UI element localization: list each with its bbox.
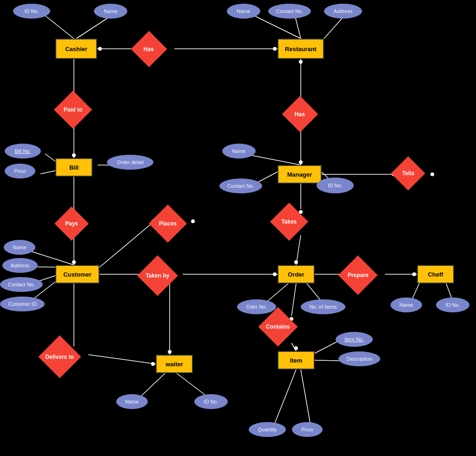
svg-line-57 — [315, 341, 338, 353]
attr-manager-name: Name — [222, 144, 256, 159]
svg-line-62 — [88, 355, 156, 364]
entity-restaurant: Restaurant — [278, 39, 324, 59]
svg-line-58 — [315, 360, 341, 361]
attr-order-detail: Order detail — [107, 155, 153, 170]
svg-point-18 — [299, 160, 303, 164]
attr-item-qty: Quantity — [249, 422, 286, 437]
entity-item: Item — [278, 351, 315, 370]
svg-line-53 — [291, 284, 296, 316]
entity-waiter: waiter — [156, 355, 193, 373]
svg-point-11 — [72, 153, 76, 157]
svg-point-48 — [412, 272, 416, 276]
entity-bill: Bill — [55, 158, 93, 177]
svg-point-27 — [72, 260, 76, 264]
attr-customer-contact: Contact No. — [0, 277, 43, 292]
attr-cashier-idno: ID No. — [13, 4, 50, 19]
svg-line-59 — [272, 370, 296, 430]
attr-cheff-name: Name — [390, 297, 422, 312]
attr-item-no: Item No. — [336, 332, 373, 347]
attr-bill-no: Bill No. — [5, 144, 41, 159]
svg-point-8 — [273, 47, 277, 51]
attr-customer-address: Address — [2, 258, 38, 273]
svg-point-44 — [294, 260, 298, 264]
svg-line-32 — [99, 221, 154, 267]
svg-line-60 — [301, 370, 311, 430]
svg-point-24 — [430, 172, 434, 176]
svg-point-38 — [168, 350, 172, 354]
attr-item-desc: Description — [338, 351, 380, 366]
entity-manager: Manager — [278, 165, 322, 184]
attr-bill-price: Price — [5, 164, 35, 178]
svg-point-63 — [151, 362, 155, 366]
attr-manager-contact: Contact No. — [219, 178, 262, 193]
attr-cashier-name: Name — [94, 4, 127, 19]
svg-point-66 — [273, 272, 277, 276]
attr-waiter-name: Name — [116, 394, 148, 409]
entity-cashier: Cashier — [55, 39, 97, 59]
svg-point-7 — [98, 47, 102, 51]
attr-rest-address: Address — [324, 4, 362, 19]
svg-line-0 — [42, 13, 74, 39]
svg-point-56 — [294, 346, 298, 350]
attr-customer-name: Name — [4, 240, 35, 255]
svg-point-16 — [299, 60, 303, 64]
attr-waiter-idno: ID No. — [194, 394, 228, 409]
attr-cheff-idno: ID No. — [436, 297, 469, 312]
attr-rest-name: Name — [227, 4, 260, 19]
svg-point-33 — [191, 219, 195, 223]
entity-customer: Customer — [55, 265, 99, 284]
attr-item-price: Price — [292, 422, 323, 437]
er-diagram: Cashier Restaurant Bill Manager Customer… — [0, 0, 476, 456]
attr-rest-contact: Contact No. — [268, 4, 311, 19]
attr-customer-id: Customer ID — [0, 297, 45, 311]
attr-order-no: Oder No. — [237, 299, 276, 314]
entity-order: Order — [278, 265, 315, 284]
svg-line-19 — [244, 154, 301, 165]
entity-cheff: Cheff — [417, 265, 454, 284]
attr-manager-idno: ID No. — [317, 178, 354, 193]
attr-order-items: No. of items — [301, 299, 345, 314]
